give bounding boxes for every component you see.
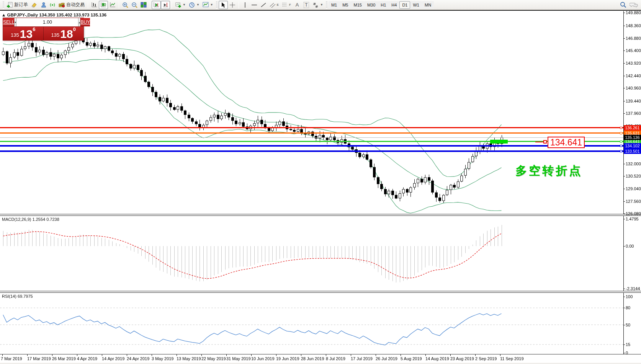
rsi-tick <box>623 308 625 308</box>
chart-canvas[interactable] <box>0 0 641 364</box>
date-tick <box>52 354 52 356</box>
zoom-in-button[interactable] <box>121 1 130 9</box>
price-tick-label: 137.960 <box>626 111 641 116</box>
fibonacci-button[interactable]: F <box>280 1 293 9</box>
date-tick <box>475 354 476 356</box>
toolbar-grip[interactable] <box>326 2 327 8</box>
price-callout-label[interactable]: 134.641 <box>548 137 585 148</box>
trendline-icon <box>260 2 267 8</box>
buy-button[interactable]: BUY <box>80 18 90 26</box>
price-tick-label: 130.520 <box>626 174 641 178</box>
highlight-rectangle[interactable] <box>490 140 508 144</box>
bar-chart-button[interactable] <box>90 1 99 9</box>
vertical-line-icon <box>243 2 247 8</box>
rsi-tick-label: 50 <box>626 323 630 327</box>
chat-bubbles-icon <box>630 2 638 8</box>
search-button[interactable] <box>618 1 628 9</box>
price-tick-label: 146.880 <box>626 36 641 41</box>
price-tick-label: 139.440 <box>626 99 641 103</box>
arrows-button[interactable]: ▼ <box>311 1 325 9</box>
horizontal-line-object[interactable] <box>0 127 623 128</box>
tab-timeframe-h1[interactable]: H1 <box>378 1 389 9</box>
price-tick <box>623 63 625 64</box>
chat-button[interactable] <box>628 1 639 9</box>
turning-point-annotation[interactable]: 多空转折点 <box>515 163 582 179</box>
rsi-tick <box>623 297 625 297</box>
tab-timeframe-h4[interactable]: H4 <box>389 1 399 9</box>
date-tick <box>376 354 376 356</box>
chart-shift-button[interactable] <box>152 1 161 9</box>
date-tick-label: 14 Aug 2019 <box>425 356 449 361</box>
horizontal-line-object[interactable] <box>0 141 623 142</box>
window-marker-icon[interactable]: ▲ <box>2 13 6 17</box>
toolbar-grip[interactable] <box>3 2 4 8</box>
horizontal-line-object[interactable] <box>0 150 623 152</box>
horizontal-line-object[interactable] <box>0 132 623 134</box>
tab-timeframe-w1[interactable]: W1 <box>410 1 422 9</box>
auto-scroll-button[interactable] <box>161 1 170 9</box>
equidistant-channel-button[interactable]: E <box>268 1 280 9</box>
text-button[interactable]: A <box>293 1 302 9</box>
zoom-out-button[interactable] <box>130 1 139 9</box>
toolbar-separator <box>88 2 88 8</box>
cursor-button[interactable] <box>219 1 228 9</box>
clock-icon <box>189 2 195 8</box>
autotrading-icon <box>59 2 65 8</box>
vertical-line-button[interactable] <box>240 1 250 9</box>
periods-button[interactable]: ▼ <box>187 1 201 9</box>
price-tick <box>623 38 625 39</box>
new-order-icon <box>7 2 13 8</box>
date-tick-label: 23 Aug 2019 <box>450 356 474 361</box>
candlestick-chart-button[interactable] <box>99 1 108 9</box>
indicators-button[interactable]: ▼ <box>201 1 215 9</box>
tab-timeframe-d1[interactable]: D1 <box>399 1 410 9</box>
tab-timeframe-m1[interactable]: M1 <box>329 1 340 9</box>
fibo-letter: F <box>289 3 291 7</box>
line-anchor <box>620 132 622 134</box>
new-chart-icon <box>175 2 181 8</box>
auto-scroll-icon <box>162 2 168 8</box>
text-label-button[interactable]: T <box>302 1 311 9</box>
trendline-button[interactable] <box>259 1 268 9</box>
toolbox-button[interactable] <box>29 1 39 9</box>
price-callout-anchor[interactable] <box>543 140 547 144</box>
new-chart-button[interactable]: ▼ <box>173 1 187 9</box>
line-chart-button[interactable] <box>108 1 117 9</box>
sell-price[interactable]: 135 136 <box>3 27 44 40</box>
tab-timeframe-m15[interactable]: M15 <box>351 1 364 9</box>
date-tick-label: 4 Apr 2019 <box>77 356 97 361</box>
one-click-trading-panel: SELL ▾ ▴ BUY 135 136 135 180 <box>3 18 84 41</box>
price-tick <box>623 13 625 13</box>
new-order-button[interactable]: 新订单 <box>5 1 29 9</box>
price-level-tag: 136.261 <box>624 125 641 131</box>
date-tick-label: 7 Mar 2019 <box>1 356 22 361</box>
date-tick <box>425 354 426 356</box>
tile-windows-button[interactable] <box>139 1 148 9</box>
macd-tick-label: 0.00 <box>626 244 634 248</box>
toolbar-grip[interactable] <box>216 2 217 8</box>
horizontal-line-button[interactable] <box>250 1 259 9</box>
tab-timeframe-mn[interactable]: MN <box>422 1 434 9</box>
horizontal-line-object[interactable] <box>0 145 623 147</box>
date-tick-label: 24 Apr 2019 <box>127 356 149 361</box>
macd-tick <box>623 246 625 246</box>
tab-timeframe-m5[interactable]: M5 <box>340 1 351 9</box>
sell-button[interactable]: SELL <box>3 18 14 26</box>
panel-separator-macd-rsi[interactable] <box>0 291 641 293</box>
dropdown-arrow-icon: ▼ <box>320 3 323 7</box>
date-tick <box>301 354 301 356</box>
chart-window-border <box>0 10 641 11</box>
rsi-tick-label: 0 <box>626 351 628 355</box>
autotrading-label: 自动交易 <box>66 2 85 8</box>
crosshair-button[interactable] <box>228 1 237 9</box>
date-tick-label: 8 Jul 2019 <box>326 356 345 361</box>
panel-separator-main-macd[interactable] <box>0 214 641 216</box>
buy-price-sup: 0 <box>73 26 76 32</box>
buy-price[interactable]: 135 180 <box>44 27 84 40</box>
market-watch-button[interactable] <box>39 1 48 9</box>
ohlc-high: 135.402 <box>56 13 72 17</box>
tab-timeframe-m30[interactable]: M30 <box>365 1 378 9</box>
date-tick <box>450 354 451 356</box>
signals-button[interactable] <box>48 1 57 9</box>
autotrading-button[interactable]: 自动交易 <box>57 1 86 9</box>
